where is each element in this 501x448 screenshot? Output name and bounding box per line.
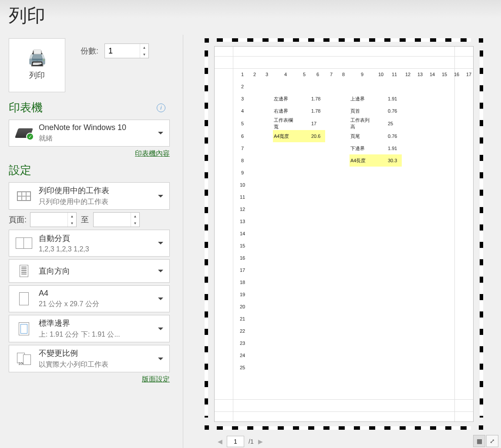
chevron-down-icon: [158, 132, 163, 134]
ruler-top[interactable]: [217, 38, 471, 42]
chevron-down-icon: [158, 270, 163, 272]
chevron-down-icon: [158, 328, 163, 330]
print-what-sub: 只列印使用中的工作表: [39, 197, 155, 207]
paper-size-select[interactable]: A4 21 公分 x 29.7 公分: [9, 285, 170, 312]
page-range-label: 頁面:: [9, 214, 27, 225]
printer-properties-link[interactable]: 印表機內容: [135, 150, 170, 157]
margins-sub: 上: 1.91 公分 下: 1.91 公...: [39, 330, 155, 339]
copies-up[interactable]: ▲: [140, 44, 148, 51]
print-what-title: 列印使用中的工作表: [39, 185, 155, 196]
page-from-down[interactable]: ▼: [68, 220, 76, 227]
preview-content: 123456789101112131415161723左邊界1.78上邊界1.9…: [236, 68, 475, 374]
chevron-down-icon: [158, 358, 163, 360]
printer-select[interactable]: ✓ OneNote for Windows 10 就緒: [9, 120, 170, 147]
sheet-icon: [17, 191, 31, 201]
chevron-down-icon: [158, 242, 163, 244]
page-title: 列印: [9, 3, 45, 28]
ruler-left[interactable]: [205, 50, 208, 418]
copies-spinner[interactable]: ▲ ▼: [104, 43, 149, 58]
page-range-to-label: 至: [81, 214, 89, 225]
info-icon[interactable]: i: [157, 104, 165, 112]
current-page-input[interactable]: [227, 436, 244, 447]
page-to-down[interactable]: ▼: [131, 220, 139, 227]
printer-device-icon: ✓: [17, 128, 31, 138]
margins-select[interactable]: 標準邊界 上: 1.91 公分 下: 1.91 公...: [9, 315, 170, 342]
copies-label: 份數:: [81, 46, 98, 56]
page-to-spinner[interactable]: ▲▼: [93, 212, 140, 227]
print-what-select[interactable]: 列印使用中的工作表 只列印使用中的工作表: [9, 182, 170, 210]
ruler-bottom[interactable]: [217, 426, 471, 430]
ruler-right[interactable]: [480, 50, 483, 418]
orientation-title: 直向方向: [39, 266, 155, 276]
pager: ◀ /1 ▶: [218, 436, 263, 447]
printer-name: OneNote for Windows 10: [39, 123, 155, 132]
page-to-up[interactable]: ▲: [131, 213, 139, 220]
page-from-input[interactable]: [30, 213, 67, 227]
printer-icon: 🖨️: [27, 50, 47, 66]
copies-down[interactable]: ▼: [140, 51, 148, 58]
prev-page-button[interactable]: ◀: [218, 438, 222, 445]
scale-badge: 100: [18, 361, 25, 366]
margins-title: 標準邊界: [39, 318, 155, 328]
chevron-down-icon: [158, 298, 163, 300]
printer-status: 就緒: [39, 134, 155, 143]
page-from-spinner[interactable]: ▲▼: [30, 212, 77, 227]
page-setup-link[interactable]: 版面設定: [142, 375, 170, 383]
print-button[interactable]: 🖨️ 列印: [9, 38, 65, 92]
show-margins-toggle[interactable]: ▦: [473, 435, 485, 447]
copies-input[interactable]: [105, 44, 140, 58]
page-to-input[interactable]: [94, 213, 131, 227]
paper-sub: 21 公分 x 29.7 公分: [39, 300, 155, 309]
paper-icon: [19, 292, 29, 305]
page-total: /1: [249, 438, 254, 445]
settings-section-title: 設定: [9, 163, 31, 178]
scaling-title: 不變更比例: [39, 348, 155, 358]
printer-section-title: 印表機: [9, 100, 43, 115]
zoom-to-page-toggle[interactable]: ⤢: [486, 435, 498, 447]
margins-icon: [19, 322, 29, 335]
chevron-down-icon: [158, 195, 163, 197]
next-page-button[interactable]: ▶: [258, 438, 263, 445]
print-button-label: 列印: [29, 70, 45, 80]
collate-icon: [16, 237, 32, 249]
status-ready-icon: ✓: [26, 133, 34, 140]
orientation-select[interactable]: 直向方向: [9, 259, 170, 283]
scaling-select[interactable]: 100 不變更比例 以實際大小列印工作表: [9, 345, 170, 372]
collate-select[interactable]: 自動分頁 1,2,3 1,2,3 1,2,3: [9, 230, 170, 257]
paper-title: A4: [39, 289, 155, 298]
portrait-icon: [20, 265, 28, 277]
scaling-sub: 以實際大小列印工作表: [39, 360, 155, 369]
page-from-up[interactable]: ▲: [68, 213, 76, 220]
scale-icon: 100: [17, 353, 31, 365]
print-preview: 123456789101112131415161723左邊界1.78上邊界1.9…: [205, 38, 483, 430]
page-sheet: 123456789101112131415161723左邊界1.78上邊界1.9…: [214, 46, 474, 422]
collate-sub: 1,2,3 1,2,3 1,2,3: [39, 245, 155, 253]
collate-title: 自動分頁: [39, 233, 155, 244]
